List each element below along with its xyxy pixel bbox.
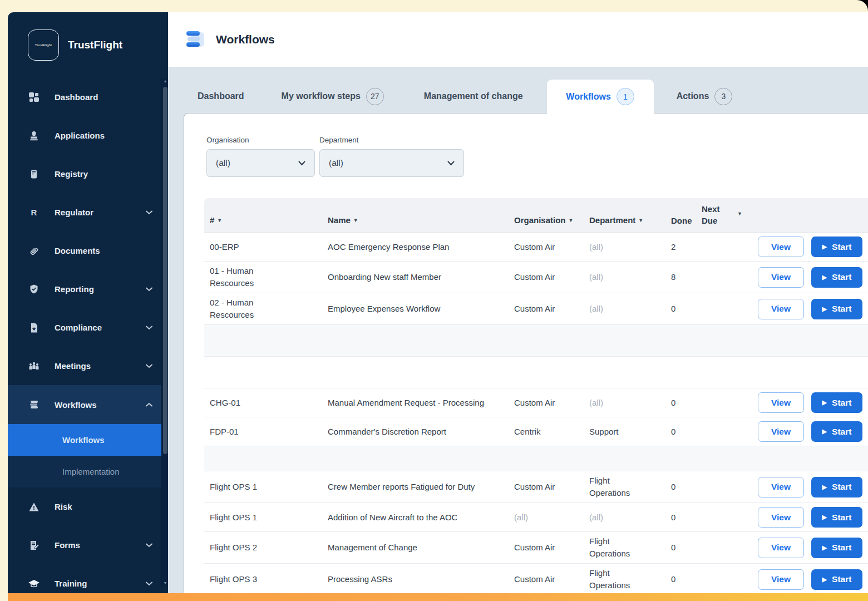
sidebar-item-documents[interactable]: Documents [8, 231, 168, 270]
sidebar-item-label: Workflows [55, 400, 131, 410]
tab-badge: 3 [714, 88, 732, 105]
sidebar-item-risk[interactable]: Risk [8, 487, 168, 526]
start-button[interactable]: ▶Start [811, 538, 862, 558]
cell-actions: View▶Start [752, 295, 868, 323]
cell-number: CHG-01 [204, 393, 322, 412]
sidebar-item-label: Training [55, 579, 131, 588]
start-button[interactable]: ▶Start [811, 477, 862, 497]
cell-done: 0 [665, 299, 696, 318]
sort-icon[interactable]: ▼ [732, 208, 752, 232]
column-header-next-due[interactable]: Next Due [696, 203, 732, 232]
view-button[interactable]: View [758, 569, 804, 590]
cell-actions: View▶Start [752, 474, 868, 501]
column-header-done[interactable]: Done [665, 215, 696, 232]
start-button[interactable]: ▶Start [811, 392, 862, 413]
sidebar-item-label: Documents [55, 246, 152, 255]
view-button[interactable]: View [758, 267, 804, 288]
scrollbar-thumb[interactable] [163, 87, 167, 454]
main-header: Workflows [168, 12, 868, 67]
sidebar-item-training[interactable]: Training [8, 564, 168, 593]
sidebar-subitem-workflows[interactable]: Workflows [8, 424, 168, 456]
start-button[interactable]: ▶Start [811, 507, 862, 528]
column-header-num[interactable]: #▼ [204, 214, 322, 232]
table-row: Flight OPS 3Processing ASRsCustom AirFli… [204, 564, 868, 593]
sort-icon: ▼ [217, 218, 222, 223]
play-icon: ▶ [822, 243, 827, 250]
chevron-up-icon [146, 402, 152, 407]
tab-actions[interactable]: Actions 3 [677, 80, 733, 113]
cell-department: Flight Operations [584, 532, 665, 563]
department-select[interactable]: (all) [319, 149, 464, 177]
tab-bar: Dashboard My workflow steps 27 Managemen… [168, 67, 868, 113]
cell-next-due [696, 544, 732, 551]
page-frame: TrustFlight TrustFlight Dashboard Applic… [0, 0, 868, 601]
sidebar-item-forms[interactable]: Forms [8, 526, 168, 564]
column-header-organisation[interactable]: Organisation▼ [509, 214, 584, 232]
cell-done: 0 [665, 508, 696, 527]
cell-organisation: Custom Air [509, 393, 584, 412]
scrollbar-down-arrow[interactable]: ▼ [162, 580, 169, 587]
play-icon: ▶ [822, 514, 827, 521]
start-button[interactable]: ▶Start [811, 267, 862, 288]
filters: Organisation (all) Department (all) [184, 136, 868, 177]
cell-gap [732, 306, 752, 312]
tab-workflows[interactable]: Workflows 1 [547, 80, 654, 114]
cell-next-due [696, 428, 732, 435]
view-button[interactable]: View [758, 477, 804, 497]
view-button[interactable]: View [758, 299, 804, 319]
regulator-r-icon: R [28, 206, 40, 219]
chevron-down-icon [146, 326, 152, 330]
start-button[interactable]: ▶Start [811, 569, 862, 590]
table-row: 01 - Human RescourcesOnboarding New staf… [204, 262, 868, 293]
sidebar-item-regulator[interactable]: R Regulator [8, 193, 168, 231]
sidebar-item-label: Applications [55, 131, 152, 140]
trustflight-logo-icon: TrustFlight [28, 29, 59, 61]
play-icon: ▶ [822, 428, 827, 435]
paperclip-icon [28, 245, 40, 257]
sidebar-scrollbar: ▲ ▼ [161, 78, 168, 587]
workflow-layers-icon [28, 398, 40, 411]
sidebar-item-reporting[interactable]: Reporting [8, 270, 168, 308]
chevron-down-icon [146, 287, 152, 292]
cell-actions: View▶Start [752, 504, 868, 531]
sidebar-item-registry[interactable]: Registry [8, 155, 168, 193]
view-button[interactable]: View [758, 392, 804, 413]
start-button[interactable]: ▶Start [811, 299, 862, 319]
sidebar-item-applications[interactable]: Applications [8, 116, 168, 155]
sidebar-item-label: Regulator [55, 208, 131, 217]
tab-management-of-change[interactable]: Management of change [424, 80, 523, 113]
sidebar-item-dashboard[interactable]: Dashboard [8, 78, 168, 116]
column-header-department[interactable]: Department▼ [584, 214, 665, 232]
sidebar-subitem-label: Implementation [62, 467, 120, 476]
people-icon [28, 360, 40, 372]
start-button[interactable]: ▶Start [811, 237, 862, 257]
tab-dashboard[interactable]: Dashboard [198, 80, 244, 113]
cell-gap [732, 400, 752, 406]
sidebar-item-workflows[interactable]: Workflows [8, 385, 168, 424]
view-button[interactable]: View [758, 421, 804, 442]
table-header: #▼ Name▼ Organisation▼ Department▼ Done … [204, 198, 868, 233]
start-button[interactable]: ▶Start [811, 421, 862, 442]
tab-label: Actions [677, 91, 709, 101]
graduation-cap-icon [28, 578, 40, 590]
cell-name: AOC Emergency Response Plan [322, 238, 509, 257]
sidebar-nav: Dashboard Applications Registry R Re [8, 78, 168, 593]
view-button[interactable]: View [758, 538, 804, 558]
cell-number: 02 - Human Rescources [204, 293, 322, 324]
cell-number: Flight OPS 2 [204, 538, 322, 557]
tab-label: Management of change [424, 91, 523, 101]
column-header-name[interactable]: Name▼ [322, 214, 509, 232]
cell-name: Manual Amendment Request - Processing [322, 393, 509, 412]
tab-label: My workflow steps [282, 91, 361, 101]
view-button[interactable]: View [758, 237, 804, 257]
sidebar-subitem-implementation[interactable]: Implementation [8, 456, 168, 487]
sidebar-item-compliance[interactable]: ★ Compliance [8, 308, 168, 347]
play-icon: ▶ [822, 399, 827, 406]
cell-organisation: Custom Air [509, 299, 584, 318]
cell-number: Flight OPS 1 [204, 508, 322, 527]
view-button[interactable]: View [758, 507, 804, 528]
tab-badge: 1 [617, 88, 634, 105]
organisation-select[interactable]: (all) [206, 149, 315, 177]
tab-my-workflow-steps[interactable]: My workflow steps 27 [282, 80, 384, 113]
sidebar-item-meetings[interactable]: Meetings [8, 347, 168, 385]
